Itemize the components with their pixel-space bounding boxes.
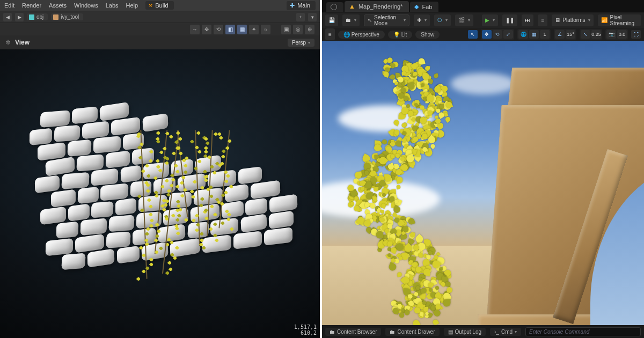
tab-fab[interactable]: ◆ Fab bbox=[410, 2, 438, 12]
menu-bar: Edit Render Assets Windows Labs Help ⚒ B… bbox=[0, 0, 320, 11]
tool-b[interactable]: ✥ bbox=[202, 25, 211, 34]
tool-cam2[interactable]: ◎ bbox=[293, 25, 303, 34]
fwd-button[interactable]: ▶ bbox=[15, 13, 24, 21]
snap-angle[interactable]: ∠ bbox=[555, 30, 565, 39]
blueprint-dropdown[interactable]: ⎔▾ bbox=[434, 14, 451, 26]
crumb-obj[interactable]: obj bbox=[27, 13, 48, 20]
tab-strip: ▲ Map_Rendering* ◆ Fab bbox=[322, 0, 644, 12]
content-drawer-tab[interactable]: 🖿 Content Drawer bbox=[385, 328, 439, 336]
pause-button[interactable]: ❚❚ bbox=[502, 14, 517, 26]
desktop-main[interactable]: ✚ Main bbox=[287, 1, 316, 10]
sequence-dropdown[interactable]: 🎬▾ bbox=[455, 14, 473, 26]
menu-windows[interactable]: Windows bbox=[74, 2, 98, 9]
back-button[interactable]: ◀ bbox=[3, 13, 12, 21]
scale-tool[interactable]: ⤢ bbox=[503, 30, 513, 39]
content-browser-tab[interactable]: 🖿 Content Browser bbox=[325, 328, 381, 336]
tool-wire[interactable]: ▦ bbox=[237, 25, 247, 34]
platforms-icon: 🖥 bbox=[555, 17, 560, 23]
snap-angle-val[interactable]: 15° bbox=[566, 30, 575, 39]
view-gear-icon[interactable]: ✲ bbox=[5, 39, 11, 46]
step-button[interactable]: ⏭ bbox=[522, 14, 533, 26]
cmd-label[interactable]: ›_ Cmd▾ bbox=[490, 328, 521, 336]
maximize[interactable]: ⛶ bbox=[631, 30, 641, 39]
lit-pill[interactable]: 💡 Lit bbox=[388, 31, 412, 39]
folder-icon: 🖿 bbox=[390, 329, 395, 335]
tool-e[interactable]: ☼ bbox=[261, 25, 270, 34]
folder-icon: 🖿 bbox=[330, 329, 335, 335]
tool-shaded[interactable]: ◧ bbox=[225, 25, 235, 34]
tab-map[interactable]: ▲ Map_Rendering* bbox=[345, 1, 409, 12]
select-tool[interactable]: ↖ bbox=[468, 30, 478, 39]
warning-icon: ▲ bbox=[349, 3, 355, 10]
crumb-ivy-tool[interactable]: ivy_tool bbox=[51, 13, 83, 20]
menu-edit[interactable]: Edit bbox=[4, 2, 14, 9]
build-dropdown[interactable]: ⚒ Build bbox=[145, 1, 173, 10]
world-space[interactable]: 🌐 bbox=[518, 30, 528, 39]
tool-a[interactable]: ↔ bbox=[190, 25, 200, 34]
cam-speed-val[interactable]: 0.0 bbox=[617, 30, 627, 39]
show-pill[interactable]: Show bbox=[415, 31, 440, 39]
log-icon: ▤ bbox=[448, 329, 453, 335]
snap-grid[interactable]: ▦ bbox=[529, 30, 539, 39]
tool-cam1[interactable]: ▣ bbox=[281, 25, 291, 34]
houdini-pane: Edit Render Assets Windows Labs Help ⚒ B… bbox=[0, 0, 322, 338]
cam-speed-icon[interactable]: 📷 bbox=[606, 30, 616, 39]
menu-labs[interactable]: Labs bbox=[106, 2, 119, 9]
hammer-icon: ⚒ bbox=[149, 3, 152, 8]
platforms-dropdown[interactable]: 🖥 Platforms▾ bbox=[552, 14, 594, 26]
snap-grid-val[interactable]: 1 bbox=[540, 30, 550, 39]
path-bar: ◀ ▶ obj ivy_tool + ▾ bbox=[0, 11, 320, 23]
console-input[interactable]: Enter Console Command bbox=[525, 327, 641, 336]
view-header: ✲ View Persp▾ bbox=[0, 35, 320, 49]
viewport-3d[interactable] bbox=[322, 41, 644, 325]
menu-assets[interactable]: Assets bbox=[49, 2, 67, 9]
snap-scale-val[interactable]: 0.25 bbox=[591, 30, 601, 39]
cursor-icon: ↖ bbox=[368, 17, 372, 23]
ue-logo-icon bbox=[331, 4, 337, 10]
tool-icon bbox=[53, 14, 58, 20]
camera-dropdown[interactable]: Persp▾ bbox=[288, 39, 314, 47]
perspective-pill[interactable]: 🌐 Perspective bbox=[338, 31, 385, 39]
pixelstream-dropdown[interactable]: 📶 Pixel Streaming bbox=[598, 14, 641, 26]
ivy-mesh bbox=[360, 62, 494, 325]
viewport-toolbar: ≡ 🌐 Perspective 💡 Lit Show ↖ ✥ ⟲ ⤢ 🌐 ▦ 1… bbox=[322, 28, 644, 41]
coords-readout: 1,517,1 610,2 bbox=[294, 324, 317, 336]
fab-icon: ◆ bbox=[414, 3, 419, 10]
play-button[interactable]: ▶▾ bbox=[482, 14, 498, 26]
path-menu[interactable]: ▾ bbox=[308, 13, 317, 21]
add-dropdown[interactable]: ✚▾ bbox=[414, 14, 430, 26]
obj-icon bbox=[29, 14, 34, 20]
tool-c[interactable]: ⟲ bbox=[214, 25, 223, 34]
stream-icon: 📶 bbox=[601, 17, 608, 23]
tab-logo[interactable] bbox=[326, 2, 343, 12]
rotate-tool[interactable]: ⟲ bbox=[493, 30, 502, 39]
save-button[interactable]: 💾 bbox=[325, 14, 338, 26]
snap-scale[interactable]: ⤡ bbox=[581, 30, 590, 39]
unreal-pane: ▲ Map_Rendering* ◆ Fab 💾 🖿▾ ↖ Selection … bbox=[322, 0, 644, 338]
view-title: View bbox=[15, 39, 30, 46]
status-bar: 🖿 Content Browser 🖿 Content Drawer ▤ Out… bbox=[322, 325, 644, 338]
viewport-menu[interactable]: ≡ bbox=[325, 28, 335, 40]
main-toolbar: 💾 🖿▾ ↖ Selection Mode▾ ✚▾ ⎔▾ 🎬▾ ▶▾ ❚❚ ⏭ … bbox=[322, 12, 644, 28]
viewport-toolbar: ↔ ✥ ⟲ ◧ ▦ ✦ ☼ ▣ ◎ ⊕ bbox=[0, 23, 320, 35]
output-log-tab[interactable]: ▤ Output Log bbox=[444, 328, 486, 336]
add-button[interactable]: + bbox=[296, 13, 305, 21]
move-tool[interactable]: ✥ bbox=[482, 30, 492, 39]
menu-help[interactable]: Help bbox=[126, 2, 138, 9]
plus-icon: ✚ bbox=[290, 2, 295, 9]
tool-cam3[interactable]: ⊕ bbox=[305, 25, 314, 34]
viewport-3d[interactable]: 1,517,1 610,2 bbox=[0, 49, 320, 338]
transform-tools: ✥ ⟲ ⤢ bbox=[481, 29, 514, 40]
ivy-mesh bbox=[123, 130, 247, 307]
browse-button[interactable]: 🖿▾ bbox=[342, 14, 360, 26]
globe-icon: 🌐 bbox=[343, 32, 350, 38]
tool-d[interactable]: ✦ bbox=[249, 25, 259, 34]
bulb-icon: 💡 bbox=[393, 32, 400, 38]
stop-button[interactable]: ≡ bbox=[538, 14, 547, 26]
selection-mode[interactable]: ↖ Selection Mode▾ bbox=[364, 14, 409, 26]
menu-render[interactable]: Render bbox=[22, 2, 41, 9]
terminal-icon: ›_ bbox=[494, 329, 499, 335]
